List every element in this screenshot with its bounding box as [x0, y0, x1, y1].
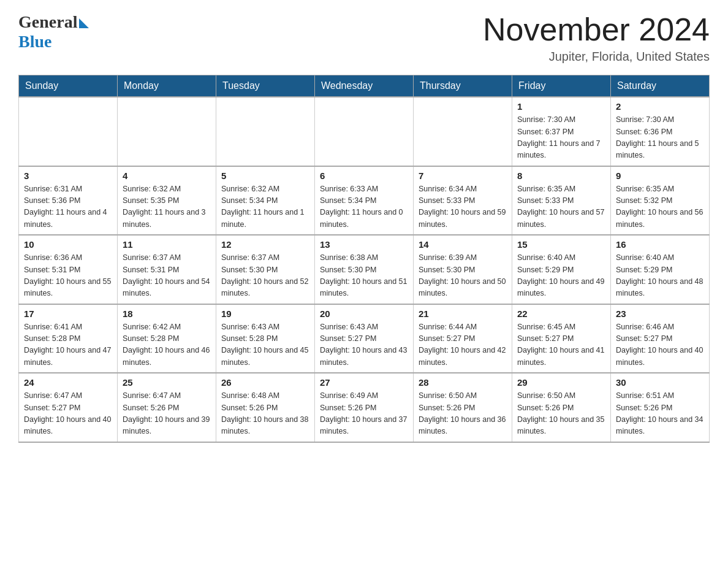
calendar-week-3: 10Sunrise: 6:36 AMSunset: 5:31 PMDayligh… [19, 235, 710, 304]
day-number: 30 [616, 377, 704, 388]
sun-info: Sunrise: 6:50 AMSunset: 5:26 PMDaylight:… [419, 390, 507, 438]
sun-info: Sunrise: 6:42 AMSunset: 5:28 PMDaylight:… [123, 321, 211, 369]
calendar-header-thursday: Thursday [414, 75, 512, 98]
calendar-cell: 25Sunrise: 6:47 AMSunset: 5:26 PMDayligh… [118, 373, 216, 442]
sun-info: Sunrise: 6:43 AMSunset: 5:28 PMDaylight:… [221, 321, 309, 369]
day-number: 5 [221, 170, 309, 181]
day-number: 15 [517, 239, 605, 250]
calendar-cell [414, 97, 512, 166]
sun-info: Sunrise: 6:33 AMSunset: 5:34 PMDaylight:… [320, 183, 408, 231]
sun-info: Sunrise: 6:45 AMSunset: 5:27 PMDaylight:… [517, 321, 605, 369]
logo-arrow-icon [79, 18, 89, 28]
sun-info: Sunrise: 6:47 AMSunset: 5:26 PMDaylight:… [123, 390, 211, 438]
calendar-header-saturday: Saturday [611, 75, 710, 98]
page-header: General Blue November 2024 Jupiter, Flor… [18, 12, 710, 64]
day-number: 9 [616, 170, 704, 181]
sun-info: Sunrise: 6:36 AMSunset: 5:31 PMDaylight:… [24, 252, 112, 300]
sun-info: Sunrise: 6:44 AMSunset: 5:27 PMDaylight:… [419, 321, 507, 369]
calendar-header-wednesday: Wednesday [315, 75, 414, 98]
location-title: Jupiter, Florida, United States [483, 50, 710, 64]
day-number: 29 [517, 377, 605, 388]
day-number: 10 [24, 239, 112, 250]
day-number: 1 [517, 101, 605, 112]
calendar-cell: 9Sunrise: 6:35 AMSunset: 5:32 PMDaylight… [611, 166, 710, 236]
sun-info: Sunrise: 6:32 AMSunset: 5:35 PMDaylight:… [123, 183, 211, 231]
sun-info: Sunrise: 6:31 AMSunset: 5:36 PMDaylight:… [24, 183, 112, 231]
calendar-cell: 26Sunrise: 6:48 AMSunset: 5:26 PMDayligh… [216, 373, 315, 442]
calendar-cell: 12Sunrise: 6:37 AMSunset: 5:30 PMDayligh… [216, 235, 315, 304]
calendar-cell: 16Sunrise: 6:40 AMSunset: 5:29 PMDayligh… [611, 235, 710, 304]
calendar-cell: 17Sunrise: 6:41 AMSunset: 5:28 PMDayligh… [19, 304, 118, 373]
sun-info: Sunrise: 6:46 AMSunset: 5:27 PMDaylight:… [616, 321, 704, 369]
month-title: November 2024 [483, 12, 710, 47]
sun-info: Sunrise: 6:40 AMSunset: 5:29 PMDaylight:… [616, 252, 704, 300]
sun-info: Sunrise: 6:47 AMSunset: 5:27 PMDaylight:… [24, 390, 112, 438]
sun-info: Sunrise: 6:39 AMSunset: 5:30 PMDaylight:… [419, 252, 507, 300]
sun-info: Sunrise: 6:40 AMSunset: 5:29 PMDaylight:… [517, 252, 605, 300]
day-number: 22 [517, 308, 605, 319]
logo-blue-text: Blue [18, 32, 51, 51]
sun-info: Sunrise: 6:38 AMSunset: 5:30 PMDaylight:… [320, 252, 408, 300]
calendar-cell: 1Sunrise: 7:30 AMSunset: 6:37 PMDaylight… [512, 97, 611, 166]
calendar-header-sunday: Sunday [19, 75, 118, 98]
day-number: 3 [24, 170, 112, 181]
day-number: 20 [320, 308, 408, 319]
calendar-cell: 11Sunrise: 6:37 AMSunset: 5:31 PMDayligh… [118, 235, 216, 304]
calendar-cell: 7Sunrise: 6:34 AMSunset: 5:33 PMDaylight… [414, 166, 512, 236]
sun-info: Sunrise: 6:32 AMSunset: 5:34 PMDaylight:… [221, 183, 309, 231]
day-number: 21 [419, 308, 507, 319]
calendar-cell: 22Sunrise: 6:45 AMSunset: 5:27 PMDayligh… [512, 304, 611, 373]
day-number: 26 [221, 377, 309, 388]
logo: General Blue [18, 12, 89, 52]
sun-info: Sunrise: 6:51 AMSunset: 5:26 PMDaylight:… [616, 390, 704, 438]
calendar-header-row: SundayMondayTuesdayWednesdayThursdayFrid… [19, 75, 710, 98]
calendar-cell: 15Sunrise: 6:40 AMSunset: 5:29 PMDayligh… [512, 235, 611, 304]
calendar-cell: 4Sunrise: 6:32 AMSunset: 5:35 PMDaylight… [118, 166, 216, 236]
calendar-cell: 27Sunrise: 6:49 AMSunset: 5:26 PMDayligh… [315, 373, 414, 442]
sun-info: Sunrise: 6:37 AMSunset: 5:30 PMDaylight:… [221, 252, 309, 300]
sun-info: Sunrise: 6:34 AMSunset: 5:33 PMDaylight:… [419, 183, 507, 231]
day-number: 18 [123, 308, 211, 319]
calendar-cell: 20Sunrise: 6:43 AMSunset: 5:27 PMDayligh… [315, 304, 414, 373]
day-number: 6 [320, 170, 408, 181]
day-number: 25 [123, 377, 211, 388]
calendar-cell: 24Sunrise: 6:47 AMSunset: 5:27 PMDayligh… [19, 373, 118, 442]
day-number: 17 [24, 308, 112, 319]
calendar-cell [315, 97, 414, 166]
calendar-cell: 28Sunrise: 6:50 AMSunset: 5:26 PMDayligh… [414, 373, 512, 442]
day-number: 27 [320, 377, 408, 388]
sun-info: Sunrise: 7:30 AMSunset: 6:36 PMDaylight:… [616, 114, 704, 162]
day-number: 24 [24, 377, 112, 388]
calendar-cell: 3Sunrise: 6:31 AMSunset: 5:36 PMDaylight… [19, 166, 118, 236]
calendar-week-1: 1Sunrise: 7:30 AMSunset: 6:37 PMDaylight… [19, 97, 710, 166]
day-number: 2 [616, 101, 704, 112]
sun-info: Sunrise: 6:49 AMSunset: 5:26 PMDaylight:… [320, 390, 408, 438]
calendar-cell: 21Sunrise: 6:44 AMSunset: 5:27 PMDayligh… [414, 304, 512, 373]
sun-info: Sunrise: 7:30 AMSunset: 6:37 PMDaylight:… [517, 114, 605, 162]
calendar-cell: 18Sunrise: 6:42 AMSunset: 5:28 PMDayligh… [118, 304, 216, 373]
calendar-header-friday: Friday [512, 75, 611, 98]
day-number: 4 [123, 170, 211, 181]
calendar-week-5: 24Sunrise: 6:47 AMSunset: 5:27 PMDayligh… [19, 373, 710, 442]
logo-general-text: General [18, 12, 77, 32]
calendar-cell: 10Sunrise: 6:36 AMSunset: 5:31 PMDayligh… [19, 235, 118, 304]
day-number: 28 [419, 377, 507, 388]
sun-info: Sunrise: 6:50 AMSunset: 5:26 PMDaylight:… [517, 390, 605, 438]
sun-info: Sunrise: 6:35 AMSunset: 5:33 PMDaylight:… [517, 183, 605, 231]
day-number: 7 [419, 170, 507, 181]
calendar-cell: 29Sunrise: 6:50 AMSunset: 5:26 PMDayligh… [512, 373, 611, 442]
day-number: 12 [221, 239, 309, 250]
day-number: 13 [320, 239, 408, 250]
calendar-header-tuesday: Tuesday [216, 75, 315, 98]
calendar-cell [118, 97, 216, 166]
calendar-cell: 19Sunrise: 6:43 AMSunset: 5:28 PMDayligh… [216, 304, 315, 373]
calendar-cell [216, 97, 315, 166]
day-number: 23 [616, 308, 704, 319]
day-number: 8 [517, 170, 605, 181]
calendar-cell: 13Sunrise: 6:38 AMSunset: 5:30 PMDayligh… [315, 235, 414, 304]
calendar-cell: 5Sunrise: 6:32 AMSunset: 5:34 PMDaylight… [216, 166, 315, 236]
sun-info: Sunrise: 6:37 AMSunset: 5:31 PMDaylight:… [123, 252, 211, 300]
day-number: 14 [419, 239, 507, 250]
calendar-cell [19, 97, 118, 166]
calendar-cell: 8Sunrise: 6:35 AMSunset: 5:33 PMDaylight… [512, 166, 611, 236]
